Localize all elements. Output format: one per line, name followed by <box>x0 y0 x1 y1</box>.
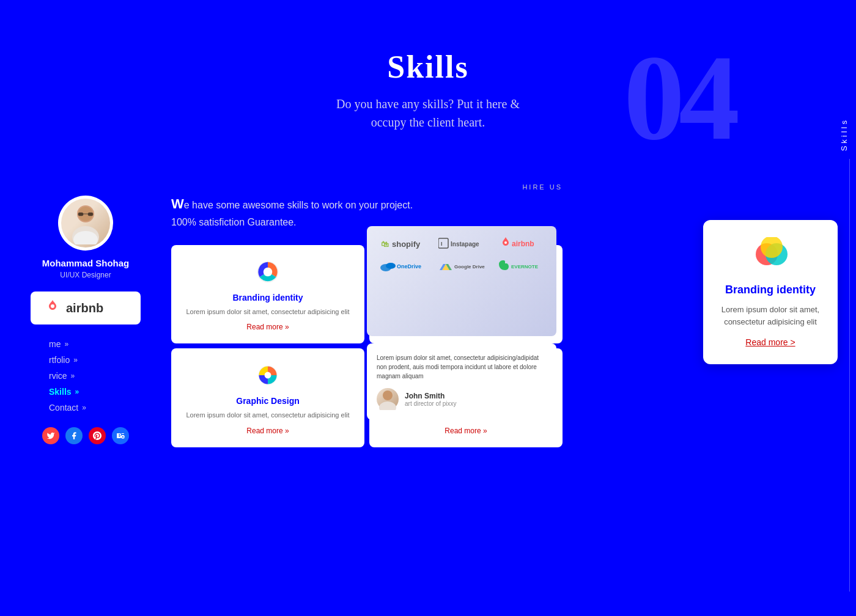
branding-icon <box>253 257 282 287</box>
testimonial-card: Lorem ipsum dolor sit amet, consectetur … <box>367 343 556 420</box>
airbnb-small-logo: airbnb <box>495 236 547 251</box>
airbnb-icon <box>45 299 60 317</box>
svg-text:🛍: 🛍 <box>381 240 389 249</box>
author-avatar <box>377 388 399 410</box>
author-role: art director of pixxy <box>405 400 456 407</box>
testimonial-author: John Smith art director of pixxy <box>377 388 547 410</box>
svg-text:OneDrive: OneDrive <box>397 263 421 270</box>
svg-rect-31 <box>438 238 448 248</box>
svg-point-37 <box>386 263 396 269</box>
author-name: John Smith <box>405 392 456 400</box>
testimonial-text: Lorem ipsum dolor sit amet, consectetur … <box>377 353 547 381</box>
branding-desc: Lorem ipsum dolor sit amet, consectetur … <box>186 307 349 317</box>
featured-read-more[interactable]: Read more > <box>745 337 795 347</box>
avatar-image <box>67 202 104 244</box>
shopify-logo: 🛍 shopify <box>377 236 429 251</box>
skill-card-branding: Branding identity Lorem ipsum dolor sit … <box>171 245 364 343</box>
logos-grid: 🛍 shopify I Instapage airbnb <box>377 236 547 273</box>
svg-point-34 <box>504 241 507 244</box>
right-divider <box>849 159 850 592</box>
featured-card: Branding identity Lorem ipsum dolor sit … <box>703 220 838 364</box>
sidebar: Mohammad Shohag UI/UX Designer airbnb me… <box>0 183 171 457</box>
middle-column: 🛍 shopify I Instapage airbnb <box>367 189 556 420</box>
svg-point-45 <box>379 402 396 410</box>
instapage-logo: I Instapage <box>436 236 488 251</box>
sidebar-item-contact[interactable]: Contact » <box>49 403 159 413</box>
featured-desc: Lorem ipsum dolor sit amet, consectetur … <box>715 304 825 328</box>
airbnb-card: airbnb <box>31 292 141 324</box>
featured-title: Branding identity <box>725 284 816 296</box>
svg-point-19 <box>265 372 271 379</box>
twitter-icon[interactable] <box>42 427 59 444</box>
svg-point-9 <box>264 268 273 277</box>
graphic-read-more[interactable]: Read more » <box>246 427 289 435</box>
behance-icon[interactable] <box>112 427 129 444</box>
branding-read-more[interactable]: Read more » <box>246 323 289 331</box>
sidebar-item-skills[interactable]: Skills » <box>49 387 159 397</box>
evernote-logo: EVERNOTE <box>495 258 547 273</box>
avatar <box>61 199 110 248</box>
graphic-icon <box>253 361 282 390</box>
svg-text:airbnb: airbnb <box>512 240 534 248</box>
airbnb-logo-text: airbnb <box>66 301 103 315</box>
watermark-number: 04 <box>624 37 734 159</box>
wordpress-read-more[interactable]: Read more » <box>445 427 487 435</box>
graphic-desc: Lorem ipsum dolor sit amet, consectetur … <box>186 411 349 420</box>
sidebar-item-home[interactable]: me » <box>49 339 159 349</box>
author-info: John Smith art director of pixxy <box>405 392 456 407</box>
svg-rect-4 <box>88 213 93 216</box>
avatar-container <box>58 196 113 251</box>
skill-card-graphic: Graphic Design Lorem ipsum dolor sit ame… <box>171 348 364 447</box>
graphic-title: Graphic Design <box>236 396 299 406</box>
svg-rect-3 <box>78 213 83 216</box>
branding-title: Branding identity <box>232 293 303 302</box>
sidebar-name: Mohammad Shohag <box>42 258 130 268</box>
onedrive-logo: OneDrive <box>377 258 429 273</box>
svg-point-44 <box>383 391 393 400</box>
svg-text:shopify: shopify <box>392 240 421 249</box>
googledrive-logo: Google Drive <box>436 258 488 273</box>
featured-icon <box>752 237 789 274</box>
facebook-icon[interactable] <box>65 427 83 444</box>
logos-card: 🛍 shopify I Instapage airbnb <box>367 226 556 336</box>
sidebar-item-service[interactable]: rvice » <box>49 371 159 381</box>
svg-text:Instapage: Instapage <box>451 241 479 248</box>
sidebar-item-portfolio[interactable]: rtfolio » <box>49 355 159 365</box>
sidebar-nav: me » rtfolio » rvice » Skills » Contact … <box>12 339 159 413</box>
svg-text:EVERNOTE: EVERNOTE <box>511 264 539 270</box>
svg-text:Google Drive: Google Drive <box>454 264 485 270</box>
social-icons <box>42 427 129 444</box>
sidebar-role: UI/UX Designer <box>60 271 111 279</box>
pinterest-icon[interactable] <box>89 427 106 444</box>
svg-text:I: I <box>441 241 443 247</box>
svg-point-7 <box>51 304 54 308</box>
